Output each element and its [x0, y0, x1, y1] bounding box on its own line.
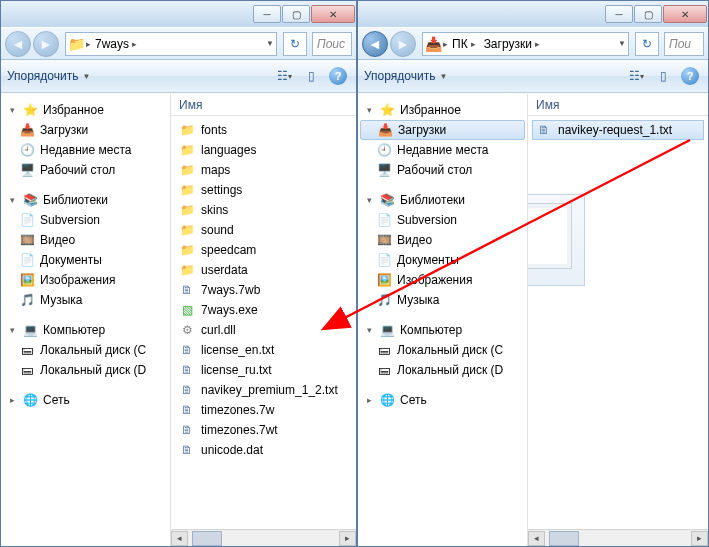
- file-icon: 🗎: [179, 442, 195, 458]
- file-row[interactable]: 🗎 timezones.7wt: [175, 420, 352, 440]
- scroll-left-icon[interactable]: ◂: [171, 531, 188, 546]
- address-dropdown-icon[interactable]: ▼: [266, 39, 274, 48]
- chevron-right-icon: ▸: [7, 395, 17, 405]
- breadcrumb-segment[interactable]: ПК ▸: [448, 37, 480, 51]
- video-icon: 🎞️: [19, 232, 35, 248]
- organize-menu[interactable]: Упорядочить ▼: [7, 69, 90, 83]
- nav-item[interactable]: 🎵 Музыка: [360, 290, 525, 310]
- back-button[interactable]: ◄: [362, 31, 388, 57]
- file-row[interactable]: 📁 speedcam: [175, 240, 352, 260]
- file-row[interactable]: 🗎 license_en.txt: [175, 340, 352, 360]
- scroll-track[interactable]: [188, 531, 339, 546]
- file-row[interactable]: ▧ 7ways.exe: [175, 300, 352, 320]
- help-button[interactable]: ?: [326, 64, 350, 88]
- minimize-button[interactable]: ─: [605, 5, 633, 23]
- maximize-button[interactable]: ▢: [634, 5, 662, 23]
- organize-menu[interactable]: Упорядочить ▼: [364, 69, 447, 83]
- nav-group-favorites[interactable]: ▾ ⭐ Избранное: [360, 100, 525, 120]
- nav-item[interactable]: 🖼️ Изображения: [360, 270, 525, 290]
- file-name: settings: [201, 183, 242, 197]
- file-row[interactable]: 🗎 license_ru.txt: [175, 360, 352, 380]
- titlebar: ─ ▢ ✕: [1, 1, 356, 27]
- nav-item[interactable]: 📄 Subversion: [3, 210, 168, 230]
- refresh-button[interactable]: ↻: [635, 32, 659, 56]
- nav-item[interactable]: 🖥️ Рабочий стол: [3, 160, 168, 180]
- nav-item-label: Недавние места: [40, 143, 131, 157]
- nav-item[interactable]: 🖴 Локальный диск (D: [360, 360, 525, 380]
- file-row[interactable]: 📁 fonts: [175, 120, 352, 140]
- preview-pane-button[interactable]: ▯: [299, 64, 323, 88]
- nav-item[interactable]: 🖴 Локальный диск (C: [360, 340, 525, 360]
- search-input[interactable]: Поис: [312, 32, 352, 56]
- documents-icon: 📄: [19, 252, 35, 268]
- scroll-left-icon[interactable]: ◂: [528, 531, 545, 546]
- breadcrumb-segment[interactable]: Загрузки ▸: [480, 37, 544, 51]
- nav-item[interactable]: 🖥️ Рабочий стол: [360, 160, 525, 180]
- file-row[interactable]: 📁 languages: [175, 140, 352, 160]
- breadcrumb-label: Загрузки: [484, 37, 532, 51]
- nav-group-network[interactable]: ▸ 🌐 Сеть: [360, 390, 525, 410]
- close-button[interactable]: ✕: [663, 5, 707, 23]
- close-button[interactable]: ✕: [311, 5, 355, 23]
- view-menu-button[interactable]: ☷ ▾: [272, 64, 296, 88]
- recent-icon: 🕘: [19, 142, 35, 158]
- nav-item[interactable]: 📥 Загрузки: [3, 120, 168, 140]
- address-dropdown-icon[interactable]: ▼: [618, 39, 626, 48]
- nav-item[interactable]: 🕘 Недавние места: [360, 140, 525, 160]
- nav-item[interactable]: 🖼️ Изображения: [3, 270, 168, 290]
- column-header-name[interactable]: Имя: [171, 94, 356, 116]
- nav-group-label: Сеть: [43, 393, 70, 407]
- file-row[interactable]: 🗎 timezones.7w: [175, 400, 352, 420]
- nav-group-libraries[interactable]: ▾ 📚 Библиотеки: [3, 190, 168, 210]
- address-bar[interactable]: 📁 ▸ 7ways ▸ ▼: [65, 32, 277, 56]
- nav-group-computer[interactable]: ▾ 💻 Компьютер: [3, 320, 168, 340]
- navigation-pane: ▾ ⭐ Избранное 📥 Загрузки 🕘 Недавние мест…: [358, 94, 528, 546]
- file-row[interactable]: 📁 maps: [175, 160, 352, 180]
- maximize-button[interactable]: ▢: [282, 5, 310, 23]
- file-row[interactable]: 📁 sound: [175, 220, 352, 240]
- scroll-right-icon[interactable]: ▸: [691, 531, 708, 546]
- back-button[interactable]: ◄: [5, 31, 31, 57]
- nav-group-label: Компьютер: [43, 323, 105, 337]
- nav-group-computer[interactable]: ▾ 💻 Компьютер: [360, 320, 525, 340]
- file-row[interactable]: 🗎 7ways.7wb: [175, 280, 352, 300]
- help-button[interactable]: ?: [678, 64, 702, 88]
- nav-item[interactable]: 🎞️ Видео: [3, 230, 168, 250]
- search-input[interactable]: Пои: [664, 32, 704, 56]
- nav-item[interactable]: 📥 Загрузки: [360, 120, 525, 140]
- nav-item[interactable]: 🖴 Локальный диск (C: [3, 340, 168, 360]
- nav-item[interactable]: 🕘 Недавние места: [3, 140, 168, 160]
- file-row[interactable]: 📁 userdata: [175, 260, 352, 280]
- nav-item[interactable]: 🎞️ Видео: [360, 230, 525, 250]
- minimize-button[interactable]: ─: [253, 5, 281, 23]
- view-menu-button[interactable]: ☷ ▾: [624, 64, 648, 88]
- nav-group-libraries[interactable]: ▾ 📚 Библиотеки: [360, 190, 525, 210]
- horizontal-scrollbar[interactable]: ◂ ▸: [528, 529, 708, 546]
- nav-item[interactable]: 📄 Subversion: [360, 210, 525, 230]
- file-row[interactable]: 🗎 navikey_premium_1_2.txt: [175, 380, 352, 400]
- nav-item[interactable]: 📄 Документы: [360, 250, 525, 270]
- nav-item[interactable]: 🎵 Музыка: [3, 290, 168, 310]
- forward-button[interactable]: ►: [390, 31, 416, 57]
- file-row[interactable]: 📁 skins: [175, 200, 352, 220]
- nav-item[interactable]: 📄 Документы: [3, 250, 168, 270]
- breadcrumb-segment[interactable]: 7ways ▸: [91, 37, 141, 51]
- scroll-thumb[interactable]: [549, 531, 579, 546]
- forward-button[interactable]: ►: [33, 31, 59, 57]
- preview-pane-button[interactable]: ▯: [651, 64, 675, 88]
- libraries-icon: 📚: [22, 192, 38, 208]
- horizontal-scrollbar[interactable]: ◂ ▸: [171, 529, 356, 546]
- file-row[interactable]: ⚙ curl.dll: [175, 320, 352, 340]
- column-header-name[interactable]: Имя: [528, 94, 708, 116]
- refresh-button[interactable]: ↻: [283, 32, 307, 56]
- scroll-track[interactable]: [545, 531, 691, 546]
- address-bar[interactable]: 📥 ▸ ПК ▸ Загрузки ▸ ▼: [422, 32, 629, 56]
- scroll-thumb[interactable]: [192, 531, 222, 546]
- scroll-right-icon[interactable]: ▸: [339, 531, 356, 546]
- file-row[interactable]: 🗎 navikey-request_1.txt: [532, 120, 704, 140]
- file-row[interactable]: 📁 settings: [175, 180, 352, 200]
- nav-group-network[interactable]: ▸ 🌐 Сеть: [3, 390, 168, 410]
- file-row[interactable]: 🗎 unicode.dat: [175, 440, 352, 460]
- nav-group-favorites[interactable]: ▾ ⭐ Избранное: [3, 100, 168, 120]
- nav-item[interactable]: 🖴 Локальный диск (D: [3, 360, 168, 380]
